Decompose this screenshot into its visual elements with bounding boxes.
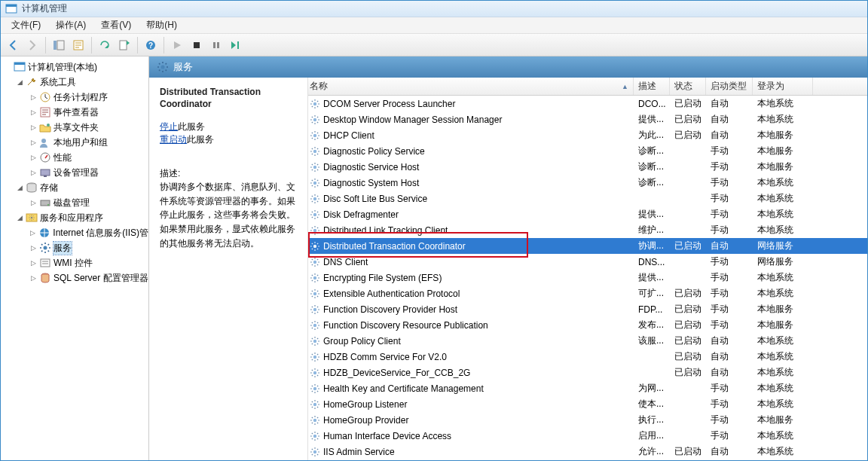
tree-toggle-icon[interactable]: ▷ bbox=[28, 197, 38, 208]
tree-toggle-spacer bbox=[2, 62, 13, 72]
service-row[interactable]: Distributed Transaction Coordinator协调...… bbox=[308, 238, 867, 254]
col-header-logon[interactable]: 登录为 bbox=[753, 78, 813, 95]
menu-item-2[interactable]: 查看(V) bbox=[93, 17, 139, 33]
list-rows[interactable]: DCOM Server Process LauncherDCO...已启动自动本… bbox=[308, 96, 867, 460]
service-row[interactable]: Disk Defragmenter提供...手动本地系统 bbox=[308, 206, 867, 222]
service-row[interactable]: Function Discovery Resource Publication发… bbox=[308, 317, 867, 333]
cell-state: 已启动 bbox=[670, 285, 706, 301]
tree-toggle-icon[interactable]: ▷ bbox=[28, 273, 38, 283]
gear-icon bbox=[310, 178, 320, 188]
menu-item-3[interactable]: 帮助(H) bbox=[139, 17, 185, 33]
service-row[interactable]: HDZB_DeviceService_For_CCB_2G已启动自动本地系统 bbox=[308, 365, 867, 380]
col-header-desc[interactable]: 描述 bbox=[634, 78, 670, 95]
gear-icon bbox=[310, 304, 320, 315]
tree-node[interactable]: ▷SQL Server 配置管理器 bbox=[1, 270, 148, 285]
tree-toggle-icon[interactable]: ▷ bbox=[28, 258, 38, 268]
service-row[interactable]: DHCP Client为此...已启动自动本地服务 bbox=[308, 127, 867, 143]
tree-node[interactable]: ◢服务和应用程序 bbox=[1, 210, 148, 225]
service-row[interactable]: HDZB Comm Service For V2.0已启动自动本地系统 bbox=[308, 349, 867, 365]
cell-state: 已启动 bbox=[670, 317, 706, 333]
tree-toggle-icon[interactable]: ◢ bbox=[14, 212, 25, 223]
service-row[interactable]: Desktop Window Manager Session Manager提供… bbox=[308, 111, 867, 127]
tree-node[interactable]: ▷Internet 信息服务(IIS)管 bbox=[1, 225, 148, 240]
tree-toggle-icon[interactable]: ◢ bbox=[14, 182, 25, 193]
gear-icon bbox=[310, 99, 320, 109]
gear-icon bbox=[310, 399, 320, 410]
menu-item-1[interactable]: 操作(A) bbox=[48, 17, 93, 33]
cell-desc: FDP... bbox=[634, 301, 670, 317]
tree-node[interactable]: ▷事件查看器 bbox=[1, 105, 148, 120]
tree-node[interactable]: ▷共享文件夹 bbox=[1, 120, 148, 135]
service-row[interactable]: DCOM Server Process LauncherDCO...已启动自动本… bbox=[308, 96, 867, 111]
tree-toggle-icon[interactable]: ◢ bbox=[14, 77, 25, 87]
tree-node[interactable]: ◢存储 bbox=[1, 180, 148, 195]
tree-toggle-icon[interactable]: ▷ bbox=[28, 167, 38, 178]
refresh-button[interactable] bbox=[96, 36, 114, 54]
service-row[interactable]: DNS ClientDNS...手动网络服务 bbox=[308, 254, 867, 270]
gear-icon bbox=[310, 352, 320, 362]
tree-toggle-icon[interactable]: ▷ bbox=[28, 152, 38, 163]
cell-desc: 为网... bbox=[634, 380, 670, 396]
service-row[interactable]: Function Discovery Provider HostFDP...已启… bbox=[308, 301, 867, 317]
service-row[interactable]: Group Policy Client该服...已启动自动本地系统 bbox=[308, 333, 867, 349]
pause-service-button[interactable] bbox=[207, 36, 225, 54]
cell-desc: 维护... bbox=[634, 222, 670, 238]
tree-node[interactable]: ▷服务 bbox=[1, 240, 148, 255]
tree-node[interactable]: ▷本地用户和组 bbox=[1, 135, 148, 150]
service-row[interactable]: Health Key and Certificate Management为网.… bbox=[308, 380, 867, 396]
service-row[interactable]: IIS Admin Service允许...已启动自动本地系统 bbox=[308, 444, 867, 459]
cell-name: HDZB Comm Service For V2.0 bbox=[308, 349, 634, 365]
tree-node[interactable]: ▷WMI 控件 bbox=[1, 255, 148, 270]
service-row[interactable]: HomeGroup Listener使本...手动本地系统 bbox=[308, 396, 867, 412]
tree-toggle-icon[interactable]: ▷ bbox=[28, 107, 38, 118]
tree-toggle-icon[interactable]: ▷ bbox=[28, 243, 38, 253]
properties-button[interactable] bbox=[69, 36, 87, 54]
cell-desc: DNS... bbox=[634, 254, 670, 270]
help-button[interactable]: ? bbox=[142, 36, 160, 54]
back-button[interactable] bbox=[4, 36, 22, 54]
tree-node[interactable]: ▷设备管理器 bbox=[1, 165, 148, 180]
tree-node[interactable]: 计算机管理(本地) bbox=[1, 60, 148, 75]
export-button[interactable] bbox=[115, 36, 133, 54]
svg-point-30 bbox=[313, 133, 316, 136]
navigation-tree[interactable]: 计算机管理(本地)◢系统工具▷任务计划程序▷事件查看器▷共享文件夹▷本地用户和组… bbox=[1, 56, 149, 460]
stop-service-link[interactable]: 停止 bbox=[160, 121, 178, 132]
start-service-button[interactable] bbox=[168, 36, 186, 54]
col-header-name[interactable]: 名称▲ bbox=[308, 78, 634, 95]
service-row[interactable]: Diagnostic Policy Service诊断...手动本地服务 bbox=[308, 143, 867, 159]
service-row[interactable]: Extensible Authentication Protocol可扩...已… bbox=[308, 285, 867, 301]
gear-icon bbox=[157, 61, 169, 73]
col-header-start[interactable]: 启动类型 bbox=[706, 78, 753, 95]
service-name-text: HomeGroup Listener bbox=[323, 399, 407, 410]
tree-node[interactable]: ▷磁盘管理 bbox=[1, 195, 148, 210]
cell-state bbox=[670, 175, 706, 191]
tree-toggle-icon[interactable]: ▷ bbox=[28, 227, 38, 238]
gear-icon bbox=[310, 383, 320, 394]
cell-name: Distributed Link Tracking Client bbox=[308, 222, 634, 238]
show-hide-tree-button[interactable] bbox=[50, 36, 68, 54]
service-row[interactable]: Diagnostic Service Host诊断...手动本地服务 bbox=[308, 159, 867, 175]
tree-toggle-icon[interactable]: ▷ bbox=[28, 122, 38, 133]
service-name-text: Diagnostic Service Host bbox=[323, 162, 419, 172]
service-row[interactable]: HomeGroup Provider执行...手动本地服务 bbox=[308, 412, 867, 428]
restart-service-button[interactable] bbox=[227, 36, 245, 54]
service-name-text: Function Discovery Provider Host bbox=[323, 304, 457, 315]
service-row[interactable]: Human Interface Device Access启用...手动本地系统 bbox=[308, 428, 867, 444]
forward-button[interactable] bbox=[23, 36, 41, 54]
service-row[interactable]: Distributed Link Tracking Client维护...手动本… bbox=[308, 222, 867, 238]
tree-node[interactable]: ▷任务计划程序 bbox=[1, 90, 148, 105]
content-area: 计算机管理(本地)◢系统工具▷任务计划程序▷事件查看器▷共享文件夹▷本地用户和组… bbox=[1, 56, 867, 460]
tree-node[interactable]: ◢系统工具 bbox=[1, 75, 148, 90]
col-header-state[interactable]: 状态 bbox=[670, 78, 706, 95]
tree-toggle-icon[interactable]: ▷ bbox=[28, 92, 38, 102]
restart-service-link[interactable]: 重启动 bbox=[160, 134, 187, 145]
tree-toggle-icon[interactable]: ▷ bbox=[28, 137, 38, 148]
service-row[interactable]: Diagnostic System Host诊断...手动本地系统 bbox=[308, 175, 867, 191]
tree-label: WMI 控件 bbox=[53, 257, 93, 270]
menu-item-0[interactable]: 文件(F) bbox=[4, 17, 48, 33]
tree-node[interactable]: ▷性能 bbox=[1, 150, 148, 165]
stop-service-button[interactable] bbox=[188, 36, 206, 54]
service-row[interactable]: Encrypting File System (EFS)提供...手动本地系统 bbox=[308, 270, 867, 285]
service-row[interactable]: Disc Soft Lite Bus Service手动本地系统 bbox=[308, 191, 867, 206]
cell-name: Desktop Window Manager Session Manager bbox=[308, 111, 634, 127]
